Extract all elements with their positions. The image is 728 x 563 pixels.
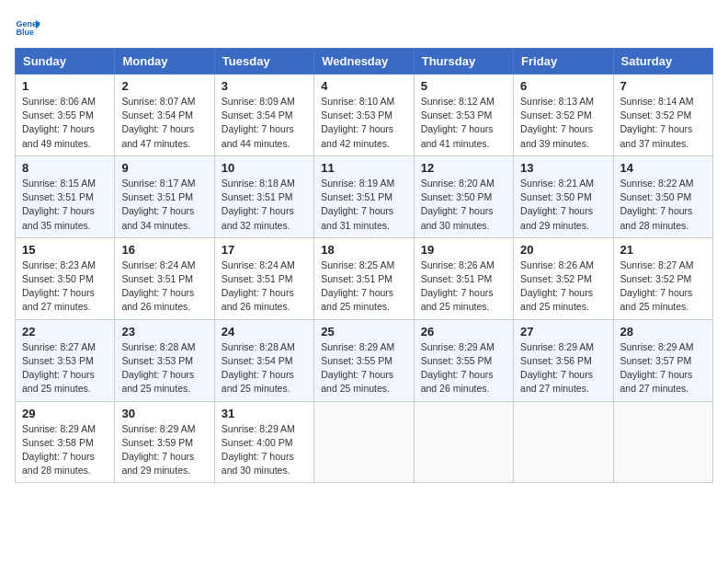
day-number: 31 [222, 407, 307, 420]
day-detail: Sunrise: 8:15 AMSunset: 3:51 PMDaylight:… [22, 178, 96, 231]
day-cell: 12 Sunrise: 8:20 AMSunset: 3:50 PMDaylig… [414, 155, 513, 237]
col-header-tuesday: Tuesday [214, 49, 313, 75]
day-cell: 15 Sunrise: 8:23 AMSunset: 3:50 PMDaylig… [16, 237, 115, 319]
day-detail: Sunrise: 8:25 AMSunset: 3:51 PMDaylight:… [321, 259, 394, 313]
day-number: 26 [421, 325, 506, 339]
day-number: 14 [620, 161, 706, 175]
day-cell: 4 Sunrise: 8:10 AMSunset: 3:53 PMDayligh… [314, 75, 414, 156]
day-number: 5 [421, 79, 506, 93]
day-cell [514, 401, 613, 483]
day-number: 1 [22, 79, 108, 93]
header-row: SundayMondayTuesdayWednesdayThursdayFrid… [16, 49, 713, 75]
day-cell: 7 Sunrise: 8:14 AMSunset: 3:52 PMDayligh… [613, 75, 712, 156]
day-cell: 24 Sunrise: 8:28 AMSunset: 3:54 PMDaylig… [214, 319, 313, 401]
week-row-4: 22 Sunrise: 8:27 AMSunset: 3:53 PMDaylig… [16, 319, 713, 401]
day-number: 18 [321, 243, 406, 257]
day-detail: Sunrise: 8:29 AMSunset: 3:56 PMDaylight:… [520, 341, 594, 395]
day-number: 25 [321, 325, 406, 339]
day-detail: Sunrise: 8:29 AMSunset: 3:59 PMDaylight:… [121, 423, 195, 477]
page-header: General Blue [15, 15, 713, 40]
day-detail: Sunrise: 8:24 AMSunset: 3:51 PMDaylight:… [121, 259, 195, 313]
day-cell: 11 Sunrise: 8:19 AMSunset: 3:51 PMDaylig… [314, 155, 414, 237]
day-number: 30 [121, 407, 207, 420]
day-cell: 25 Sunrise: 8:29 AMSunset: 3:55 PMDaylig… [314, 319, 414, 401]
day-detail: Sunrise: 8:18 AMSunset: 3:51 PMDaylight:… [222, 178, 295, 231]
day-number: 13 [520, 161, 606, 175]
col-header-sunday: Sunday [16, 49, 115, 75]
day-cell: 18 Sunrise: 8:25 AMSunset: 3:51 PMDaylig… [314, 237, 414, 319]
day-detail: Sunrise: 8:29 AMSunset: 3:57 PMDaylight:… [620, 341, 694, 395]
week-row-3: 15 Sunrise: 8:23 AMSunset: 3:50 PMDaylig… [16, 237, 713, 319]
day-detail: Sunrise: 8:26 AMSunset: 3:52 PMDaylight:… [520, 259, 594, 313]
day-detail: Sunrise: 8:21 AMSunset: 3:50 PMDaylight:… [520, 178, 594, 231]
day-detail: Sunrise: 8:29 AMSunset: 4:00 PMDaylight:… [222, 423, 295, 477]
col-header-saturday: Saturday [613, 49, 712, 75]
day-detail: Sunrise: 8:27 AMSunset: 3:52 PMDaylight:… [620, 259, 694, 313]
logo-icon: General Blue [15, 15, 40, 40]
day-detail: Sunrise: 8:29 AMSunset: 3:55 PMDaylight:… [321, 341, 394, 395]
day-cell: 5 Sunrise: 8:12 AMSunset: 3:53 PMDayligh… [414, 75, 513, 156]
day-number: 21 [620, 243, 706, 257]
day-cell: 1 Sunrise: 8:06 AMSunset: 3:55 PMDayligh… [16, 75, 115, 156]
day-cell [314, 401, 414, 483]
day-number: 15 [22, 243, 108, 257]
day-detail: Sunrise: 8:19 AMSunset: 3:51 PMDaylight:… [321, 178, 394, 231]
day-number: 9 [121, 161, 207, 175]
day-detail: Sunrise: 8:13 AMSunset: 3:52 PMDaylight:… [520, 96, 594, 149]
day-number: 2 [121, 79, 207, 93]
day-cell: 6 Sunrise: 8:13 AMSunset: 3:52 PMDayligh… [514, 75, 613, 156]
day-number: 12 [421, 161, 506, 175]
day-detail: Sunrise: 8:28 AMSunset: 3:53 PMDaylight:… [121, 341, 195, 395]
day-number: 20 [520, 243, 606, 257]
day-cell: 21 Sunrise: 8:27 AMSunset: 3:52 PMDaylig… [613, 237, 712, 319]
day-cell: 9 Sunrise: 8:17 AMSunset: 3:51 PMDayligh… [115, 155, 214, 237]
day-number: 27 [520, 325, 606, 339]
col-header-thursday: Thursday [414, 49, 513, 75]
day-number: 19 [421, 243, 506, 257]
day-detail: Sunrise: 8:07 AMSunset: 3:54 PMDaylight:… [121, 96, 195, 149]
week-row-2: 8 Sunrise: 8:15 AMSunset: 3:51 PMDayligh… [16, 155, 713, 237]
day-cell: 26 Sunrise: 8:29 AMSunset: 3:55 PMDaylig… [414, 319, 513, 401]
day-number: 11 [321, 161, 406, 175]
day-cell: 30 Sunrise: 8:29 AMSunset: 3:59 PMDaylig… [115, 401, 214, 483]
calendar-table: SundayMondayTuesdayWednesdayThursdayFrid… [15, 48, 713, 483]
day-number: 28 [620, 325, 706, 339]
day-cell: 8 Sunrise: 8:15 AMSunset: 3:51 PMDayligh… [16, 155, 115, 237]
day-detail: Sunrise: 8:28 AMSunset: 3:54 PMDaylight:… [222, 341, 295, 395]
day-detail: Sunrise: 8:17 AMSunset: 3:51 PMDaylight:… [121, 178, 195, 231]
day-number: 29 [22, 407, 108, 420]
day-number: 7 [620, 79, 706, 93]
day-cell: 28 Sunrise: 8:29 AMSunset: 3:57 PMDaylig… [613, 319, 712, 401]
col-header-friday: Friday [514, 49, 613, 75]
week-row-1: 1 Sunrise: 8:06 AMSunset: 3:55 PMDayligh… [16, 75, 713, 156]
day-detail: Sunrise: 8:06 AMSunset: 3:55 PMDaylight:… [22, 96, 96, 149]
day-number: 23 [121, 325, 207, 339]
day-detail: Sunrise: 8:20 AMSunset: 3:50 PMDaylight:… [421, 178, 495, 231]
day-detail: Sunrise: 8:26 AMSunset: 3:51 PMDaylight:… [421, 259, 495, 313]
day-cell: 13 Sunrise: 8:21 AMSunset: 3:50 PMDaylig… [514, 155, 613, 237]
logo: General Blue [15, 15, 40, 40]
day-number: 4 [321, 79, 406, 93]
day-cell: 31 Sunrise: 8:29 AMSunset: 4:00 PMDaylig… [214, 401, 313, 483]
day-detail: Sunrise: 8:27 AMSunset: 3:53 PMDaylight:… [22, 341, 96, 395]
day-detail: Sunrise: 8:22 AMSunset: 3:50 PMDaylight:… [620, 178, 694, 231]
day-detail: Sunrise: 8:29 AMSunset: 3:55 PMDaylight:… [421, 341, 495, 395]
day-cell: 23 Sunrise: 8:28 AMSunset: 3:53 PMDaylig… [115, 319, 214, 401]
day-cell: 16 Sunrise: 8:24 AMSunset: 3:51 PMDaylig… [115, 237, 214, 319]
day-cell [613, 401, 712, 483]
day-number: 24 [222, 325, 307, 339]
day-cell: 2 Sunrise: 8:07 AMSunset: 3:54 PMDayligh… [115, 75, 214, 156]
col-header-monday: Monday [115, 49, 214, 75]
day-cell: 17 Sunrise: 8:24 AMSunset: 3:51 PMDaylig… [214, 237, 313, 319]
day-detail: Sunrise: 8:29 AMSunset: 3:58 PMDaylight:… [22, 423, 96, 477]
day-detail: Sunrise: 8:12 AMSunset: 3:53 PMDaylight:… [421, 96, 495, 149]
day-cell: 29 Sunrise: 8:29 AMSunset: 3:58 PMDaylig… [16, 401, 115, 483]
day-number: 17 [222, 243, 307, 257]
day-cell: 3 Sunrise: 8:09 AMSunset: 3:54 PMDayligh… [214, 75, 313, 156]
day-cell [414, 401, 513, 483]
day-detail: Sunrise: 8:23 AMSunset: 3:50 PMDaylight:… [22, 259, 96, 313]
day-detail: Sunrise: 8:24 AMSunset: 3:51 PMDaylight:… [222, 259, 295, 313]
svg-text:Blue: Blue [16, 28, 34, 37]
day-cell: 14 Sunrise: 8:22 AMSunset: 3:50 PMDaylig… [613, 155, 712, 237]
day-number: 8 [22, 161, 108, 175]
